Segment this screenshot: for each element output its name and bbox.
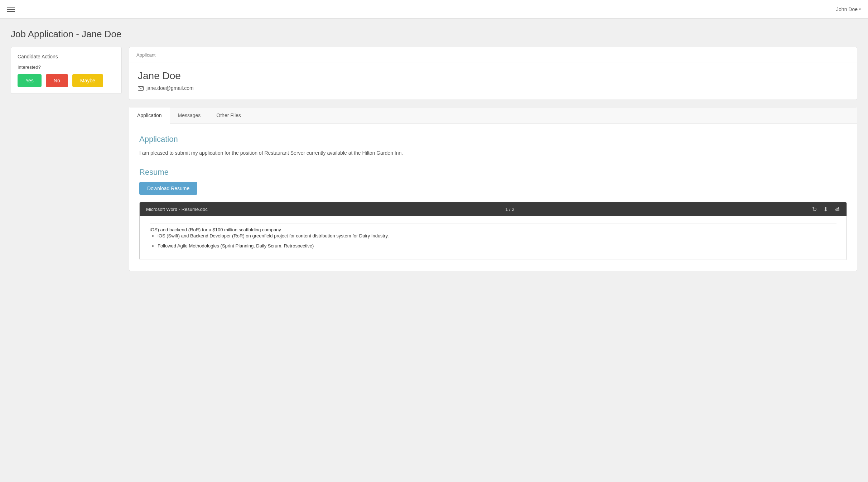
pdf-content: iOS) and backend (RoR) for a $100 millio… (140, 216, 847, 259)
pdf-cut-text: iOS) and backend (RoR) for a $100 millio… (150, 223, 836, 232)
application-section: Application I am pleased to submit my ap… (139, 135, 847, 157)
pdf-bullet-list: iOS (Swift) and Backend Developer (RoR) … (150, 232, 836, 250)
user-menu[interactable]: John Doe ▾ (836, 6, 861, 12)
tab-messages[interactable]: Messages (170, 107, 209, 124)
page-title: Job Application - Jane Doe (11, 29, 857, 40)
topnav: John Doe ▾ (0, 0, 868, 19)
no-button[interactable]: No (46, 74, 68, 87)
tabs-header: Application Messages Other Files (129, 107, 857, 124)
right-panel: Applicant Jane Doe jane.doe@gmail.com Ap… (129, 47, 857, 271)
pdf-print-icon[interactable]: 🖶 (834, 206, 840, 213)
applicant-card: Applicant Jane Doe jane.doe@gmail.com (129, 47, 857, 100)
pdf-toolbar-actions: ↻ ⬇ 🖶 (812, 206, 840, 213)
download-resume-button[interactable]: Download Resume (139, 182, 197, 195)
pdf-pages: 1 / 2 (505, 207, 514, 212)
yes-button[interactable]: Yes (18, 74, 42, 87)
left-panel: Candidate Actions Interested? Yes No May… (11, 47, 122, 94)
interested-label: Interested? (18, 64, 115, 70)
tabs-container: Application Messages Other Files Applica… (129, 107, 857, 271)
applicant-email-text: jane.doe@gmail.com (146, 85, 194, 91)
applicant-name: Jane Doe (138, 70, 848, 82)
tab-other-files[interactable]: Other Files (208, 107, 249, 124)
tab-application[interactable]: Application (129, 107, 170, 124)
main-layout: Candidate Actions Interested? Yes No May… (0, 47, 868, 282)
pdf-preview: Microsoft Word - Resume.doc 1 / 2 ↻ ⬇ 🖶 … (139, 202, 847, 260)
candidate-actions-card: Candidate Actions Interested? Yes No May… (11, 47, 122, 94)
user-label: John Doe (836, 6, 858, 12)
pdf-bullet-item: iOS (Swift) and Backend Developer (RoR) … (158, 232, 836, 240)
application-section-title: Application (139, 135, 847, 144)
resume-section: Resume Download Resume Microsoft Word - … (139, 168, 847, 260)
applicant-email-row: jane.doe@gmail.com (138, 85, 848, 91)
candidate-actions-title: Candidate Actions (18, 54, 115, 59)
pdf-download-icon[interactable]: ⬇ (823, 206, 828, 213)
chevron-down-icon: ▾ (859, 7, 861, 11)
page-header: Job Application - Jane Doe (0, 19, 868, 47)
resume-section-title: Resume (139, 168, 847, 177)
pdf-toolbar: Microsoft Word - Resume.doc 1 / 2 ↻ ⬇ 🖶 (140, 202, 847, 216)
pdf-filename: Microsoft Word - Resume.doc (146, 207, 208, 212)
action-buttons: Yes No Maybe (18, 74, 115, 87)
tab-content: Application I am pleased to submit my ap… (129, 124, 857, 271)
maybe-button[interactable]: Maybe (72, 74, 103, 87)
hamburger-menu[interactable] (7, 7, 15, 12)
applicant-card-body: Jane Doe jane.doe@gmail.com (129, 63, 857, 100)
pdf-refresh-icon[interactable]: ↻ (812, 206, 817, 213)
pdf-bullet-item: Followed Agile Methodologies (Sprint Pla… (158, 242, 836, 250)
applicant-section-label: Applicant (129, 47, 857, 63)
email-icon (138, 86, 144, 90)
application-body-text: I am pleased to submit my application fo… (139, 149, 847, 157)
